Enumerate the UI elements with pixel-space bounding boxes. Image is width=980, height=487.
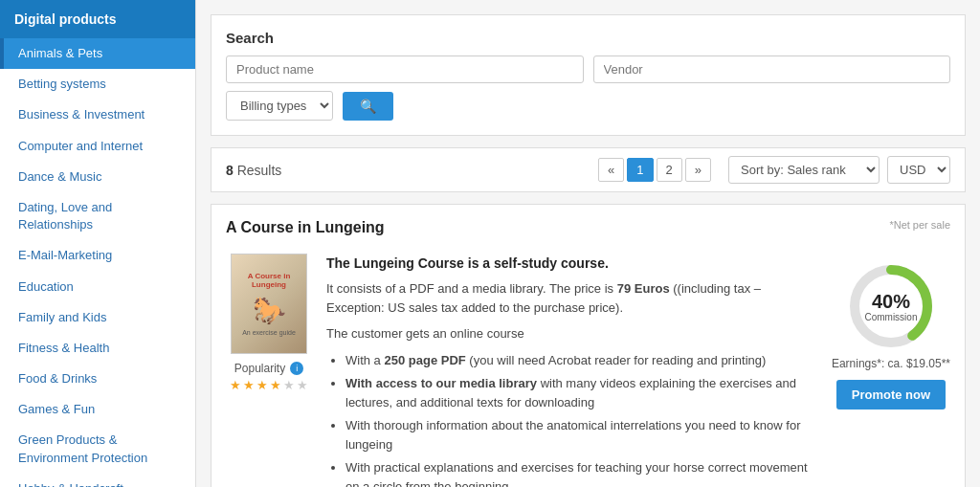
product-cta-column: 40% Commission Earnings*: ca. $19.05** P… xyxy=(832,254,950,487)
search-panel: Search Billing typesOne-timeRecurring 🔍 xyxy=(211,14,966,136)
popularity-label: Popularity xyxy=(234,362,285,375)
product-desc-p2: The customer gets an online course xyxy=(326,324,817,343)
sidebar-item-9[interactable]: Fitness & Health xyxy=(0,333,195,364)
product-image-title: A Course inLungeing xyxy=(248,272,291,289)
page-prev[interactable]: « xyxy=(598,158,624,182)
sidebar-item-10[interactable]: Food & Drinks xyxy=(0,364,195,394)
product-name-input[interactable] xyxy=(226,55,584,83)
sidebar-items-list: Animals & PetsBetting systemsBusiness & … xyxy=(0,38,195,487)
sidebar: Digital products Animals & PetsBetting s… xyxy=(0,0,196,487)
sidebar-item-4[interactable]: Dance & Music xyxy=(0,162,195,192)
product-image: A Course inLungeing 🐎 An exercise guide xyxy=(231,254,307,354)
product-card: A Course in Lungeing *Net per sale A Cou… xyxy=(211,204,966,487)
billing-types-select[interactable]: Billing typesOne-timeRecurring xyxy=(226,91,333,121)
product-title: A Course in Lungeing xyxy=(226,219,385,236)
star-2: ★ xyxy=(243,378,255,392)
sidebar-item-13[interactable]: Hobby & Handcraft xyxy=(0,474,195,487)
search-icon: 🔍 xyxy=(360,99,376,114)
promote-button[interactable]: Promote now xyxy=(836,380,946,410)
sidebar-item-6[interactable]: E-Mail-Marketing xyxy=(0,240,195,271)
results-label: Results xyxy=(237,163,282,178)
sidebar-item-5[interactable]: Dating, Love and Relationships xyxy=(0,192,195,240)
pagination: « 1 2 » xyxy=(598,158,711,182)
horse-icon: 🐎 xyxy=(253,295,286,326)
results-bar: 8 Results « 1 2 » Sort by: Sales rankSor… xyxy=(211,147,966,192)
star-3: ★ xyxy=(256,378,268,392)
search-row-2: Billing typesOne-timeRecurring 🔍 xyxy=(226,91,950,121)
sidebar-header: Digital products xyxy=(0,0,195,38)
popularity-row: Popularity i xyxy=(234,362,303,375)
sidebar-item-8[interactable]: Family and Kids xyxy=(0,302,195,333)
earnings-text: Earnings*: ca. $19.05** xyxy=(832,357,950,370)
page-1[interactable]: 1 xyxy=(627,158,653,182)
net-per-sale-label: *Net per sale xyxy=(889,219,950,231)
star-5: ★ xyxy=(283,378,295,392)
star-6: ★ xyxy=(297,378,308,392)
vendor-input[interactable] xyxy=(593,55,951,83)
product-image-sub: An exercise guide xyxy=(242,329,296,336)
bullet-3: With thorough information about the anat… xyxy=(345,416,817,454)
bullet-1: With a 250 page PDF (you will need Acrob… xyxy=(345,351,817,370)
product-desc-heading: The Lungeing Course is a self-study cour… xyxy=(326,254,817,274)
star-1: ★ xyxy=(230,378,241,392)
star-4: ★ xyxy=(270,378,281,392)
results-number: 8 xyxy=(226,163,234,178)
product-description-column: The Lungeing Course is a self-study cour… xyxy=(326,254,817,487)
sort-select[interactable]: Sort by: Sales rankSort by: TitleSort by… xyxy=(728,156,880,184)
commission-label: Commission xyxy=(864,312,917,322)
results-count: 8 Results xyxy=(226,163,281,178)
popularity-info-icon[interactable]: i xyxy=(290,362,303,375)
search-title: Search xyxy=(226,30,950,46)
sidebar-item-0[interactable]: Animals & Pets xyxy=(0,38,195,69)
commission-donut: 40% Commission xyxy=(848,263,934,349)
page-next[interactable]: » xyxy=(685,158,711,182)
page-2[interactable]: 2 xyxy=(657,158,682,182)
sidebar-item-11[interactable]: Games & Fun xyxy=(0,394,195,425)
donut-center: 40% Commission xyxy=(864,291,917,322)
product-desc-p1: It consists of a PDF and a media library… xyxy=(326,279,817,317)
product-body: A Course inLungeing 🐎 An exercise guide … xyxy=(226,254,950,487)
commission-percent: 40% xyxy=(864,291,917,312)
product-image-column: A Course inLungeing 🐎 An exercise guide … xyxy=(226,254,312,487)
sidebar-item-1[interactable]: Betting systems xyxy=(0,69,195,100)
sidebar-item-2[interactable]: Business & Investment xyxy=(0,100,195,130)
sidebar-item-7[interactable]: Education xyxy=(0,272,195,302)
currency-select[interactable]: USDEURGBP xyxy=(887,156,950,184)
sidebar-item-3[interactable]: Computer and Internet xyxy=(0,131,195,162)
product-bullets: With a 250 page PDF (you will need Acrob… xyxy=(326,351,817,488)
main-content: Search Billing typesOne-timeRecurring 🔍 … xyxy=(196,0,980,487)
bullet-2: With access to our media library with ma… xyxy=(345,374,817,411)
search-row-1 xyxy=(226,55,950,83)
bullet-4: With practical explanations and exercise… xyxy=(345,458,817,487)
stars-row: ★ ★ ★ ★ ★ ★ xyxy=(230,378,308,392)
search-button[interactable]: 🔍 xyxy=(343,92,393,121)
sidebar-item-12[interactable]: Green Products & Environment Protection xyxy=(0,425,195,473)
